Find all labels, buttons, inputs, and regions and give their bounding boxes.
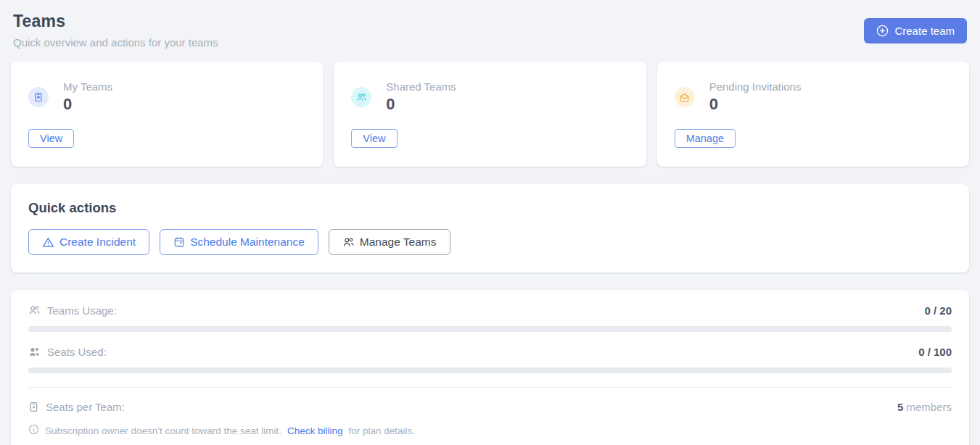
seats-used-label: Seats Used: bbox=[47, 346, 107, 358]
stat-card-pending-invitations: Pending Invitations 0 Manage bbox=[657, 62, 969, 167]
seats-used-row: Seats Used: 0 / 100 bbox=[28, 346, 952, 358]
stat-value: 0 bbox=[709, 95, 802, 114]
view-my-teams-button[interactable]: View bbox=[28, 129, 74, 148]
seat-limit-note: Subscription owner doesn't count toward … bbox=[28, 424, 952, 437]
stat-card-top: Pending Invitations 0 bbox=[675, 80, 952, 114]
page-header-text: Teams Quick overview and actions for you… bbox=[13, 12, 218, 49]
seats-used-label-group: Seats Used: bbox=[28, 346, 107, 358]
warning-triangle-icon bbox=[42, 236, 54, 249]
stat-value: 0 bbox=[386, 95, 456, 114]
teams-usage-value: 0 / 20 bbox=[924, 304, 952, 317]
calendar-icon bbox=[173, 236, 185, 248]
stat-value: 0 bbox=[63, 95, 112, 114]
id-badge-icon bbox=[28, 402, 39, 412]
quick-actions-buttons: Create Incident Schedule Maintenance bbox=[28, 229, 952, 255]
create-team-button[interactable]: Create team bbox=[864, 18, 967, 43]
plus-circle-icon bbox=[876, 25, 889, 37]
seats-per-team-suffix: members bbox=[906, 401, 952, 413]
seats-per-team-label: Seats per Team: bbox=[46, 401, 125, 413]
teams-page: Teams Quick overview and actions for you… bbox=[0, 0, 980, 445]
seats-used-value: 0 / 100 bbox=[918, 346, 952, 358]
stat-card-top: My Teams 0 bbox=[28, 80, 305, 114]
stat-label: My Teams bbox=[63, 80, 112, 93]
id-badge-icon bbox=[28, 87, 49, 107]
stat-card-shared-teams: Shared Teams 0 View bbox=[334, 62, 646, 167]
usage-card: Teams Usage: 0 / 20 Seats Used: 0 / 100 bbox=[11, 290, 969, 445]
stat-card-grid: My Teams 0 View Shared Teams bbox=[11, 62, 969, 167]
seats-per-team-row: Seats per Team: 5 members bbox=[28, 401, 952, 413]
stat-text: Shared Teams 0 bbox=[386, 80, 456, 114]
create-incident-label: Create Incident bbox=[59, 236, 136, 249]
stat-card-top: Shared Teams 0 bbox=[351, 80, 628, 114]
manage-invitations-button[interactable]: Manage bbox=[675, 129, 736, 148]
users-outline-icon bbox=[28, 304, 41, 317]
create-team-label: Create team bbox=[894, 25, 955, 37]
page-subtitle: Quick overview and actions for your team… bbox=[13, 36, 218, 49]
schedule-maintenance-button[interactable]: Schedule Maintenance bbox=[160, 229, 318, 255]
mail-open-icon bbox=[675, 87, 695, 107]
seats-used-progress bbox=[28, 367, 952, 373]
teams-usage-label-group: Teams Usage: bbox=[28, 304, 117, 317]
stat-card-my-teams: My Teams 0 View bbox=[11, 62, 323, 167]
teams-usage-progress bbox=[28, 326, 952, 332]
quick-actions-card: Quick actions Create Incident bbox=[11, 184, 969, 273]
manage-teams-button[interactable]: Manage Teams bbox=[329, 229, 450, 255]
manage-teams-label: Manage Teams bbox=[360, 236, 437, 249]
schedule-maintenance-label: Schedule Maintenance bbox=[190, 236, 305, 249]
page-header: Teams Quick overview and actions for you… bbox=[11, 10, 969, 49]
usage-divider bbox=[28, 387, 952, 388]
users-icon bbox=[342, 236, 355, 249]
note-text-before: Subscription owner doesn't count toward … bbox=[45, 425, 281, 436]
users-icon bbox=[351, 87, 371, 107]
users-filled-icon bbox=[28, 346, 41, 358]
check-billing-link[interactable]: Check billing bbox=[287, 425, 343, 436]
seats-per-team-label-group: Seats per Team: bbox=[28, 401, 125, 413]
view-shared-teams-button[interactable]: View bbox=[351, 129, 397, 148]
note-text-after: for plan details. bbox=[349, 425, 416, 436]
teams-usage-row: Teams Usage: 0 / 20 bbox=[28, 304, 952, 317]
stat-label: Shared Teams bbox=[386, 80, 456, 93]
stat-text: My Teams 0 bbox=[63, 80, 112, 114]
page-title: Teams bbox=[13, 12, 218, 31]
stat-label: Pending Invitations bbox=[709, 80, 802, 93]
create-incident-button[interactable]: Create Incident bbox=[28, 229, 149, 255]
info-circle-icon bbox=[28, 424, 39, 437]
seats-per-team-value: 5 members bbox=[897, 401, 952, 413]
seats-per-team-number: 5 bbox=[897, 401, 903, 413]
teams-usage-label: Teams Usage: bbox=[47, 304, 117, 317]
stat-text: Pending Invitations 0 bbox=[709, 80, 802, 114]
quick-actions-title: Quick actions bbox=[28, 200, 952, 216]
